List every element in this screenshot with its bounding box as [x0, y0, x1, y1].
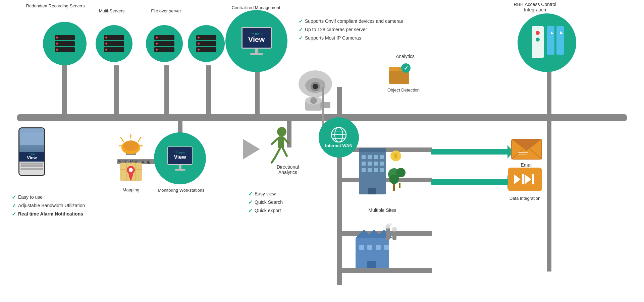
svg-rect-82: [376, 245, 381, 250]
feature-quick-search: ✓ Quick Search: [248, 199, 283, 205]
directional-analytics-label: DirectionalAnalytics: [271, 164, 305, 175]
svg-rect-57: [380, 162, 384, 166]
label-rbh-access: RBH Access ControlIntegration: [500, 2, 570, 12]
bottom-features: ✓ Easy view ✓ Quick Search ✓ Quick expor…: [248, 191, 283, 216]
svg-rect-5: [556, 26, 564, 55]
label-multi-servers: Multi-Servers: [90, 8, 133, 13]
phone-screen: ™ RBH View: [19, 128, 44, 175]
teal-arrow-email: [431, 149, 508, 155]
check-m-1: ✓: [12, 195, 16, 200]
connector-server2: [114, 65, 119, 115]
mobile-features: ✓ Easy to use ✓ Adjustable Bandwidth Uti…: [12, 194, 85, 220]
circle-monitoring: ™ RBH View: [154, 132, 206, 184]
multiple-sites-label: Multiple Sites: [356, 207, 409, 213]
svg-rect-62: [368, 188, 376, 194]
check-b-3: ✓: [248, 208, 253, 214]
server-icon-3: [154, 35, 174, 52]
label-file-server: File over server: [144, 8, 188, 13]
svg-point-78: [388, 223, 392, 226]
svg-rect-81: [367, 245, 372, 250]
monitor-centralized: ™ RBH View: [241, 27, 272, 55]
svg-rect-84: [367, 261, 376, 268]
label-centralized: Centralized Management: [221, 5, 291, 10]
check-icon-3: ✓: [299, 36, 303, 41]
check-icon-2: ✓: [299, 27, 303, 33]
feature-quick-export: ✓ Quick export: [248, 208, 283, 214]
circle-server1: [43, 22, 87, 65]
svg-rect-58: [362, 168, 366, 172]
monitoring-workstations-label: Monitoring Workstations: [148, 188, 215, 193]
data-integration-wrap: Data Integration: [506, 166, 543, 201]
feature-128cameras: ✓ Up to 128 cameras per server: [299, 27, 403, 33]
wan-circle: Internet WAN: [319, 117, 359, 158]
svg-rect-83: [384, 245, 389, 250]
feature-easy-view: ✓ Easy view: [248, 191, 283, 197]
feature-easy-use: ✓ Easy to use: [12, 194, 85, 200]
check-b-1: ✓: [248, 191, 253, 197]
svg-line-27: [138, 137, 141, 141]
email-wrap: Email: [510, 134, 543, 168]
analytics-label: Analytics: [396, 54, 415, 59]
svg-rect-94: [522, 174, 524, 184]
phone-screen-img: [19, 128, 44, 152]
svg-rect-67: [393, 184, 395, 191]
svg-rect-20: [320, 102, 330, 108]
circle-server4: [188, 25, 225, 62]
directional-analytics-wrap: [263, 126, 293, 167]
diagram-container: ™ RBH View Redundant Recording Servers M…: [0, 0, 644, 302]
svg-rect-3: [547, 26, 554, 55]
phone-body: ™ RBH View: [18, 127, 45, 176]
svg-line-42: [272, 158, 275, 163]
svg-rect-50: [362, 155, 366, 159]
svg-point-79: [392, 227, 397, 232]
globe-icon: [327, 126, 351, 143]
svg-rect-61: [380, 168, 384, 172]
connector-emaildata: [547, 121, 551, 271]
svg-rect-51: [368, 155, 372, 159]
label-redundant-servers: Redundant Recording Servers: [17, 3, 94, 8]
svg-rect-80: [359, 245, 364, 250]
factory-wrap: [349, 221, 402, 276]
check-b-2: ✓: [248, 200, 253, 205]
svg-line-39: [272, 138, 278, 144]
camera-svg: [295, 67, 349, 126]
wan-label: Internet WAN: [325, 143, 353, 148]
buildings-icon: $: [356, 141, 409, 208]
connector-rbh: [547, 65, 551, 115]
svg-line-25: [121, 137, 123, 141]
svg-rect-96: [532, 174, 534, 184]
directional-arrow: [243, 139, 260, 159]
svg-point-36: [129, 168, 133, 172]
svg-rect-60: [374, 168, 378, 172]
circle-rbh-access: [518, 13, 576, 72]
mapping-wrap: Mapping: [120, 159, 142, 192]
svg-line-41: [275, 148, 280, 158]
svg-point-37: [277, 127, 286, 136]
data-integration-label: Data Integration: [506, 196, 543, 201]
svg-point-19: [310, 97, 317, 104]
svg-rect-21: [322, 87, 324, 126]
phone-screen-bottom: [19, 162, 44, 171]
map-pin-icon: [120, 159, 142, 186]
alarm-icon: [117, 131, 144, 158]
svg-text:$: $: [394, 153, 397, 159]
check-icon-1: ✓: [299, 19, 303, 24]
feature-bandwidth: ✓ Adjustable Bandwidth Utilization: [12, 203, 85, 208]
feature-alarm-notif: ✓ Real time Alarm Notifications: [12, 211, 85, 217]
connector-server4: [206, 65, 211, 115]
connector-server3: [164, 65, 169, 115]
svg-line-43: [283, 148, 287, 156]
feature-list-top: ✓ Supports Onvif compliant devices and c…: [299, 18, 403, 44]
svg-point-16: [313, 84, 318, 89]
svg-rect-63: [359, 148, 386, 152]
svg-point-66: [389, 175, 399, 184]
monitor-workstation: ™ RBH View: [167, 146, 193, 171]
svg-rect-56: [374, 162, 378, 166]
circle-server2: [96, 25, 132, 62]
feature-ip-cameras: ✓ Supports Most IP Cameras: [299, 35, 403, 41]
circle-server3: [146, 25, 183, 62]
svg-point-1: [536, 31, 540, 35]
object-detection-icon: ✓: [387, 62, 414, 85]
multiple-sites-wrap: $ Multiple Sites: [356, 141, 409, 213]
person-walking-icon: [263, 126, 293, 166]
